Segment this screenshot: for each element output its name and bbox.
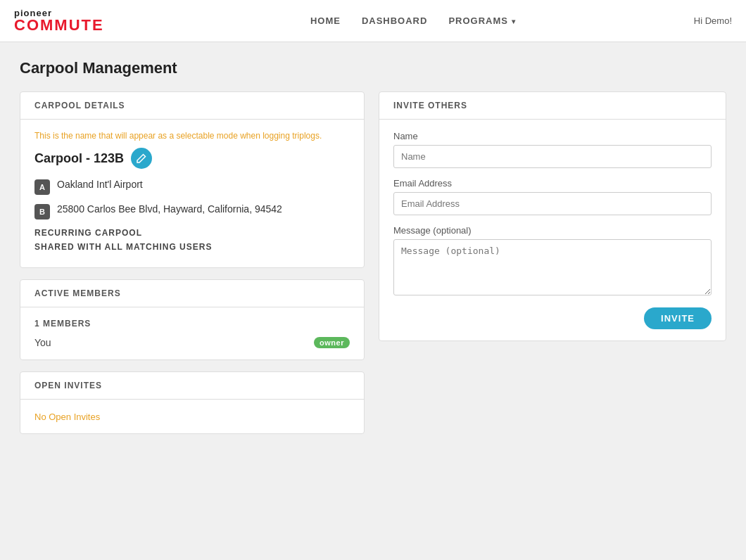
open-invites-header: OPEN INVITES — [20, 372, 364, 400]
location-a-text: Oakland Int'l Airport — [57, 179, 143, 190]
carpool-details-header: CARPOOL DETAILS — [20, 92, 364, 120]
page-title: Carpool Management — [20, 59, 726, 77]
left-column: CARPOOL DETAILS This is the name that wi… — [20, 91, 365, 434]
owner-badge: owner — [314, 337, 350, 348]
page-content: Carpool Management CARPOOL DETAILS This … — [0, 42, 746, 451]
message-textarea[interactable] — [393, 239, 712, 295]
message-label: Message (optional) — [393, 225, 712, 236]
location-b-text: 25800 Carlos Bee Blvd, Hayward, Californ… — [57, 203, 282, 215]
members-count: 1 MEMBERS — [34, 319, 350, 329]
member-name: You — [34, 337, 51, 348]
no-invites-text: No Open Invites — [34, 412, 100, 422]
name-form-group: Name — [393, 131, 712, 168]
open-invites-body: No Open Invites — [20, 400, 364, 433]
two-col-layout: CARPOOL DETAILS This is the name that wi… — [20, 91, 726, 434]
message-form-group: Message (optional) — [393, 225, 712, 298]
nav-dashboard[interactable]: DASHBOARD — [362, 15, 428, 26]
navbar: pioneer COMMUTE HOME DASHBOARD PROGRAMS … — [0, 0, 746, 42]
invite-btn-row: INVITE — [393, 307, 712, 329]
carpool-details-body: This is the name that will appear as a s… — [20, 120, 364, 267]
brand-bottom: COMMUTE — [14, 18, 104, 33]
email-label: Email Address — [393, 178, 712, 189]
carpool-details-card: CARPOOL DETAILS This is the name that wi… — [20, 91, 365, 268]
meta-recurring: RECURRING CARPOOL — [34, 228, 350, 238]
active-members-card: ACTIVE MEMBERS 1 MEMBERS You owner — [20, 279, 365, 360]
location-a-badge: A — [34, 179, 50, 195]
name-label: Name — [393, 131, 712, 141]
edit-icon — [137, 153, 146, 163]
meta-shared: SHARED WITH ALL MATCHING USERS — [34, 242, 350, 252]
location-b-badge: B — [34, 204, 50, 219]
location-a-row: A Oakland Int'l Airport — [34, 179, 350, 195]
invite-others-body: Name Email Address Message (optional) IN… — [379, 120, 726, 341]
programs-dropdown-arrow: ▾ — [512, 18, 516, 25]
nav-links: HOME DASHBOARD PROGRAMS ▾ — [132, 15, 694, 26]
invite-others-card: INVITE OTHERS Name Email Address Message… — [379, 91, 726, 341]
nav-home[interactable]: HOME — [310, 15, 341, 26]
member-row: You owner — [34, 337, 350, 348]
name-input[interactable] — [393, 145, 712, 168]
carpool-hint: This is the name that will appear as a s… — [34, 131, 350, 141]
edit-carpool-button[interactable] — [131, 148, 152, 169]
email-input[interactable] — [393, 192, 712, 215]
open-invites-card: OPEN INVITES No Open Invites — [20, 371, 365, 434]
active-members-header: ACTIVE MEMBERS — [20, 280, 364, 307]
nav-user: Hi Demo! — [694, 15, 732, 26]
active-members-body: 1 MEMBERS You owner — [20, 307, 364, 359]
brand-logo[interactable]: pioneer COMMUTE — [14, 8, 104, 33]
nav-programs[interactable]: PROGRAMS ▾ — [448, 15, 515, 26]
carpool-meta: RECURRING CARPOOL SHARED WITH ALL MATCHI… — [34, 228, 350, 252]
location-b-row: B 25800 Carlos Bee Blvd, Hayward, Califo… — [34, 203, 350, 219]
invite-button[interactable]: INVITE — [644, 307, 712, 329]
carpool-name-row: Carpool - 123B — [34, 148, 350, 169]
right-column: INVITE OTHERS Name Email Address Message… — [379, 91, 726, 341]
carpool-name: Carpool - 123B — [34, 151, 124, 166]
invite-others-header: INVITE OTHERS — [379, 92, 726, 120]
email-form-group: Email Address — [393, 178, 712, 215]
